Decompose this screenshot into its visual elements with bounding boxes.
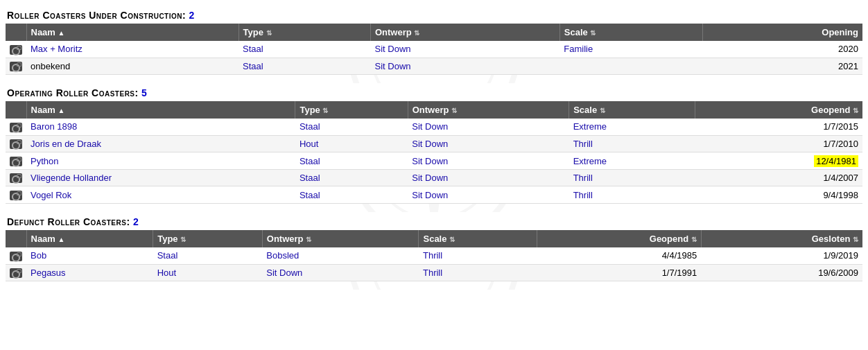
scale-cell[interactable]: Extreme xyxy=(569,152,695,170)
col-header-ontwerp[interactable]: Ontwerp ⇅ xyxy=(370,24,559,41)
ontwerp-cell[interactable]: Sit Down xyxy=(262,264,419,281)
naam-cell: onbekend xyxy=(26,58,238,75)
type-cell[interactable]: Staal xyxy=(153,247,263,264)
ontwerp-cell[interactable]: Sit Down xyxy=(408,135,568,152)
geopend-cell: 9/4/1998 xyxy=(695,186,862,204)
section-header-under-construction: Roller Coasters Under Construction: 2 xyxy=(6,6,862,24)
col-header-cam xyxy=(6,230,26,247)
camera-cell[interactable] xyxy=(6,169,26,186)
type-cell[interactable]: Hout xyxy=(153,264,263,281)
geopend-cell: 1/4/2007 xyxy=(695,169,862,186)
camera-icon xyxy=(10,62,22,71)
type-cell[interactable]: Staal xyxy=(295,169,408,186)
geopend-cell: 1/7/2010 xyxy=(695,135,862,152)
camera-cell[interactable] xyxy=(6,264,26,281)
camera-icon xyxy=(10,139,22,149)
col-header-type[interactable]: Type ⇅ xyxy=(153,230,263,247)
type-cell[interactable]: Staal xyxy=(238,41,370,58)
camera-icon xyxy=(10,191,22,200)
naam-cell[interactable]: Vliegende Hollander xyxy=(26,169,295,186)
scale-cell xyxy=(559,58,703,75)
scale-cell[interactable]: Thrill xyxy=(419,247,537,264)
table-row: Joris en de DraakHoutSit DownThrill1/7/2… xyxy=(6,135,862,152)
camera-icon xyxy=(10,123,22,132)
col-header-ontwerp[interactable]: Ontwerp ⇅ xyxy=(408,101,568,119)
table-row: onbekendStaalSit Down2021 xyxy=(6,58,862,75)
opening-cell: 2020 xyxy=(703,41,862,58)
naam-cell[interactable]: Joris en de Draak xyxy=(26,135,295,152)
table-wrapper-under-construction: RCDB Naam ▲Type ⇅Ontwerp ⇅Scale ⇅Opening… xyxy=(6,24,862,83)
type-cell[interactable]: Hout xyxy=(295,135,408,152)
col-header-cam xyxy=(6,101,26,119)
table-row: Baron 1898StaalSit DownExtreme1/7/2015 xyxy=(6,119,862,135)
table-row: PythonStaalSit DownExtreme12/4/1981 xyxy=(6,152,862,170)
naam-cell[interactable]: Pegasus xyxy=(26,264,153,281)
table-row: PegasusHoutSit DownThrill1/7/199119/6/20… xyxy=(6,264,862,281)
geopend-cell: 4/4/1985 xyxy=(537,247,701,264)
camera-cell[interactable] xyxy=(6,247,26,264)
table-header-row: Naam ▲Type ⇅Ontwerp ⇅Scale ⇅Opening xyxy=(6,24,862,41)
section-count-defunct[interactable]: 2 xyxy=(133,216,139,227)
section-header-defunct: Defunct Roller Coasters: 2 xyxy=(6,212,862,230)
opening-cell: 2021 xyxy=(703,58,862,75)
col-header-scale[interactable]: Scale ⇅ xyxy=(559,24,703,41)
ontwerp-cell[interactable]: Bobsled xyxy=(262,247,419,264)
col-header-naam[interactable]: Naam ▲ xyxy=(26,101,295,119)
col-header-gesloten[interactable]: Gesloten ⇅ xyxy=(701,230,862,247)
section-count-operating[interactable]: 5 xyxy=(141,87,147,98)
type-cell[interactable]: Staal xyxy=(295,119,408,135)
ontwerp-cell[interactable]: Sit Down xyxy=(408,169,568,186)
ontwerp-cell[interactable]: Sit Down xyxy=(408,119,568,135)
naam-cell[interactable]: Baron 1898 xyxy=(26,119,295,135)
ontwerp-cell[interactable]: Sit Down xyxy=(408,186,568,204)
geopend-cell: 12/4/1981 xyxy=(695,152,862,170)
col-header-scale[interactable]: Scale ⇅ xyxy=(569,101,695,119)
camera-cell[interactable] xyxy=(6,58,26,75)
ontwerp-cell[interactable]: Sit Down xyxy=(408,152,568,170)
col-header-naam[interactable]: Naam ▲ xyxy=(26,230,153,247)
camera-icon xyxy=(10,173,22,183)
naam-cell[interactable]: Max + Moritz xyxy=(26,41,238,58)
scale-cell[interactable]: Thrill xyxy=(569,169,695,186)
gesloten-cell: 1/9/2019 xyxy=(701,247,862,264)
type-cell[interactable]: Staal xyxy=(295,152,408,170)
table-row: Vogel RokStaalSit DownThrill9/4/1998 xyxy=(6,186,862,204)
col-header-scale[interactable]: Scale ⇅ xyxy=(419,230,537,247)
table-row: Max + MoritzStaalSit DownFamilie2020 xyxy=(6,41,862,58)
table-under-construction: Naam ▲Type ⇅Ontwerp ⇅Scale ⇅OpeningMax +… xyxy=(6,24,862,75)
type-cell[interactable]: Staal xyxy=(295,186,408,204)
scale-cell[interactable]: Thrill xyxy=(419,264,537,281)
ontwerp-cell[interactable]: Sit Down xyxy=(370,58,559,75)
col-header-geopend[interactable]: Geopend ⇅ xyxy=(695,101,862,119)
camera-cell[interactable] xyxy=(6,152,26,170)
scale-cell[interactable]: Thrill xyxy=(569,186,695,204)
type-cell[interactable]: Staal xyxy=(238,58,370,75)
col-header-type[interactable]: Type ⇅ xyxy=(295,101,408,119)
ontwerp-cell[interactable]: Sit Down xyxy=(370,41,559,58)
scale-cell[interactable]: Extreme xyxy=(569,119,695,135)
table-header-row: Naam ▲Type ⇅Ontwerp ⇅Scale ⇅Geopend ⇅ xyxy=(6,101,862,119)
naam-cell[interactable]: Vogel Rok xyxy=(26,186,295,204)
table-wrapper-defunct: RCDB Naam ▲Type ⇅Ontwerp ⇅Scale ⇅Geopend… xyxy=(6,230,862,290)
scale-cell[interactable]: Thrill xyxy=(569,135,695,152)
section-header-operating: Operating Roller Coasters: 5 xyxy=(6,83,862,101)
col-header-geopend[interactable]: Geopend ⇅ xyxy=(537,230,701,247)
camera-icon xyxy=(10,45,22,55)
col-header-cam xyxy=(6,24,26,41)
naam-cell[interactable]: Python xyxy=(26,152,295,170)
section-count-under-construction[interactable]: 2 xyxy=(189,10,195,21)
col-header-type[interactable]: Type ⇅ xyxy=(238,24,370,41)
camera-cell[interactable] xyxy=(6,41,26,58)
table-header-row: Naam ▲Type ⇅Ontwerp ⇅Scale ⇅Geopend ⇅Ges… xyxy=(6,230,862,247)
table-row: Vliegende HollanderStaalSit DownThrill1/… xyxy=(6,169,862,186)
camera-cell[interactable] xyxy=(6,135,26,152)
gesloten-cell: 19/6/2009 xyxy=(701,264,862,281)
col-header-naam[interactable]: Naam ▲ xyxy=(26,24,238,41)
col-header-ontwerp[interactable]: Ontwerp ⇅ xyxy=(262,230,419,247)
scale-cell[interactable]: Familie xyxy=(559,41,703,58)
camera-cell[interactable] xyxy=(6,119,26,135)
naam-cell[interactable]: Bob xyxy=(26,247,153,264)
camera-cell[interactable] xyxy=(6,186,26,204)
table-defunct: Naam ▲Type ⇅Ontwerp ⇅Scale ⇅Geopend ⇅Ges… xyxy=(6,230,862,281)
geopend-cell: 1/7/2015 xyxy=(695,119,862,135)
